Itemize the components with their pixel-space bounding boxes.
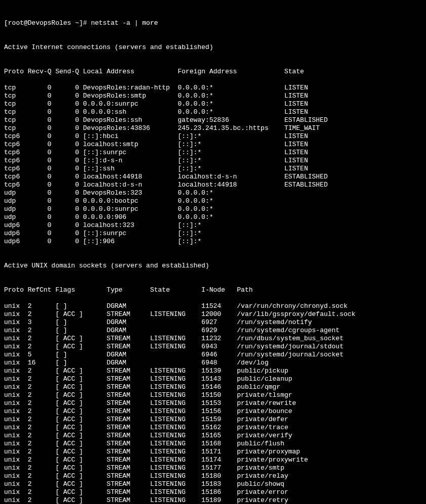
unix-row: unix 5 [ ] DGRAM 6946 /run/systemd/journ… [4, 351, 422, 359]
col-proto: Proto [4, 68, 28, 76]
cell-path: public/flush [237, 440, 284, 448]
cell-proto: unix [4, 383, 28, 391]
cell-state: LISTENING [150, 456, 201, 464]
cell-flags: [ ACC ] [55, 391, 106, 399]
cell-refcnt: 3 [28, 318, 56, 327]
cell-sendq: 0 [55, 213, 83, 221]
cell-sendq: 0 [55, 189, 83, 197]
inet-row: tcp 0 0 DevopsRoles:smtp 0.0.0.0:* LISTE… [4, 92, 422, 100]
cell-local: [::]:sunrpc [83, 149, 178, 157]
cell-type: STREAM [107, 310, 150, 318]
cell-state: LISTEN [284, 157, 308, 165]
cell-local: 0.0.0.0:bootpc [83, 197, 178, 205]
cell-foreign: gateway:52836 [178, 116, 284, 124]
cell-inode: 15139 [201, 367, 237, 375]
command-text: netstat -a | more [91, 19, 158, 27]
inet-row: udp 0 0 0.0.0.0:bootpc 0.0.0.0:* [4, 197, 422, 205]
cell-local: localhost:d-s-n [83, 181, 178, 189]
cell-proto: unix [4, 496, 28, 504]
cell-recvq: 0 [28, 173, 56, 181]
cell-local: 0.0.0.0:sunrpc [83, 100, 178, 108]
cell-path: private/proxywrite [237, 456, 308, 464]
cell-state: LISTEN [284, 84, 308, 92]
cell-flags: [ ] [55, 351, 106, 359]
cell-flags: [ ACC ] [55, 407, 106, 416]
cell-refcnt: 2 [28, 367, 56, 375]
cell-type: STREAM [107, 424, 150, 432]
inet-row: tcp 0 0 DevopsRoles:radan-http 0.0.0.0:*… [4, 84, 422, 92]
cell-flags: [ ACC ] [55, 488, 106, 496]
cell-recvq: 0 [28, 165, 56, 173]
cell-local: localhost:44918 [83, 173, 178, 181]
cell-path: public/cleanup [237, 375, 292, 383]
cell-recvq: 0 [28, 213, 56, 221]
cell-recvq: 0 [28, 205, 56, 213]
inet-row: udp6 0 0 [::]:906 [::]:* [4, 238, 422, 246]
unix-row: unix 2 [ ACC ] STREAM LISTENING 15153 pr… [4, 399, 422, 407]
cell-path: /run/systemd/journal/socket [237, 351, 344, 359]
cell-state [150, 302, 201, 310]
cell-flags: [ ACC ] [55, 399, 106, 407]
cell-path: public/qmgr [237, 383, 280, 391]
section-title-unix: Active UNIX domain sockets (servers and … [4, 262, 422, 270]
cell-state [150, 327, 201, 335]
cell-recvq: 0 [28, 189, 56, 197]
unix-row: unix 2 [ ] DGRAM 6929 /run/systemd/cgrou… [4, 327, 422, 335]
cell-inode: 15150 [201, 391, 237, 399]
cell-flags: [ ACC ] [55, 310, 106, 318]
cell-sendq: 0 [55, 92, 83, 100]
cell-flags: [ ] [55, 359, 106, 367]
cell-proto: unix [4, 407, 28, 416]
cell-inode: 6946 [201, 351, 237, 359]
cell-refcnt: 5 [28, 351, 56, 359]
cell-inode: 15162 [201, 424, 237, 432]
cell-refcnt: 2 [28, 383, 56, 391]
cell-foreign: [::]:* [178, 230, 284, 238]
cell-path: /run/systemd/journal/stdout [237, 343, 344, 351]
cell-state: LISTENING [150, 375, 201, 383]
col-type: Type [107, 286, 150, 294]
cell-sendq: 0 [55, 157, 83, 165]
cell-path: private/bounce [237, 407, 292, 416]
terminal-output[interactable]: [root@DevopsRoles ~]# netstat -a | more … [0, 0, 426, 504]
cell-state: LISTENING [150, 464, 201, 472]
cell-foreign: [::]:* [178, 238, 284, 246]
cell-local: localhost:smtp [83, 141, 178, 149]
cell-recvq: 0 [28, 157, 56, 165]
unix-row: unix 2 [ ACC ] STREAM LISTENING 6943 /ru… [4, 343, 422, 351]
cell-proto: unix [4, 302, 28, 310]
cell-recvq: 0 [28, 149, 56, 157]
cell-local: [::]:sunrpc [83, 230, 178, 238]
inet-row: udp 0 0 0.0.0.0:sunrpc 0.0.0.0:* [4, 205, 422, 213]
unix-row: unix 2 [ ACC ] STREAM LISTENING 15174 pr… [4, 456, 422, 464]
cell-state: LISTEN [284, 141, 308, 149]
cell-proto: unix [4, 448, 28, 456]
cell-state: LISTENING [150, 399, 201, 407]
cell-proto: unix [4, 424, 28, 432]
unix-row: unix 2 [ ACC ] STREAM LISTENING 15180 pr… [4, 472, 422, 480]
col-refcnt: RefCnt [28, 286, 56, 294]
cell-proto: unix [4, 375, 28, 383]
cell-flags: [ ] [55, 327, 106, 335]
unix-row: unix 16 [ ] DGRAM 6948 /dev/log [4, 359, 422, 367]
cell-state: LISTENING [150, 416, 201, 424]
cell-inode: 6929 [201, 327, 237, 335]
cell-sendq: 0 [55, 84, 83, 92]
cell-local: DevopsRoles:radan-http [83, 84, 178, 92]
inet-row: tcp6 0 0 localhost:smtp [::]:* LISTEN [4, 141, 422, 149]
cell-type: STREAM [107, 335, 150, 343]
cell-sendq: 0 [55, 149, 83, 157]
cell-recvq: 0 [28, 84, 56, 92]
cell-sendq: 0 [55, 100, 83, 108]
cell-local: [::]:hbci [83, 132, 178, 141]
cell-inode: 15143 [201, 375, 237, 383]
inet-header: Proto Recv-Q Send-Q Local Address Foreig… [4, 68, 422, 76]
cell-recvq: 0 [28, 108, 56, 116]
cell-foreign: 0.0.0.0:* [178, 100, 284, 108]
unix-row: unix 2 [ ACC ] STREAM LISTENING 15186 pr… [4, 488, 422, 496]
cell-flags: [ ACC ] [55, 472, 106, 480]
cell-proto: udp6 [4, 238, 28, 246]
cell-proto: tcp6 [4, 173, 28, 181]
cell-sendq: 0 [55, 238, 83, 246]
cell-flags: [ ACC ] [55, 335, 106, 343]
